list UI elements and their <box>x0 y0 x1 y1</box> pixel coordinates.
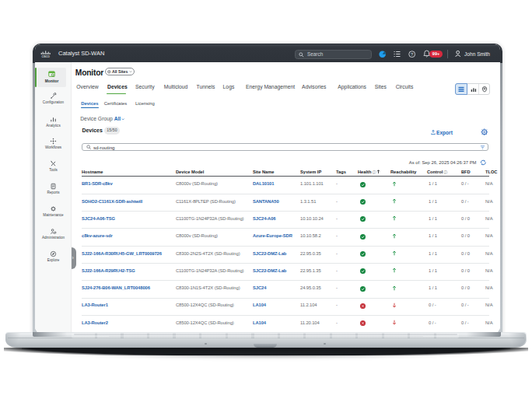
svg-text:?: ? <box>411 52 414 57</box>
svg-text:CISCO: CISCO <box>42 55 51 58</box>
